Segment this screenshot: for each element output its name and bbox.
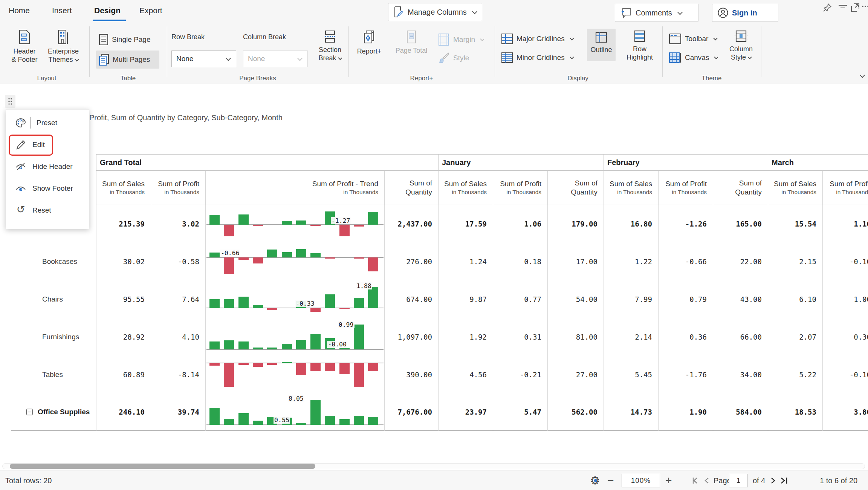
table-cell: -0.66 — [658, 243, 713, 280]
row-break-select[interactable]: None — [171, 51, 236, 67]
column-header[interactable]: Sum of Salesin Thousands — [96, 171, 151, 205]
column-header[interactable]: Sum ofQuantity — [713, 171, 768, 205]
column-header[interactable]: Sum of Profitin Thousands — [151, 171, 205, 205]
column-header[interactable]: Sum of Profitin Thousands — [658, 171, 713, 205]
drag-handle[interactable] — [5, 95, 15, 108]
column-break-select[interactable]: None — [243, 51, 308, 67]
enterprise-themes-label2: Themes — [48, 56, 78, 64]
pin-icon[interactable] — [823, 3, 832, 13]
row-highlight-button[interactable]: Row Highlight — [621, 30, 659, 62]
column-header[interactable]: Sum of Profitin Thousands — [822, 171, 868, 205]
sparkline-bar-positive — [354, 298, 364, 308]
group-separator — [89, 26, 90, 77]
table-cell: 23.97 — [438, 394, 493, 431]
column-group-header[interactable]: January — [438, 154, 604, 171]
section-break-label: Section — [319, 46, 341, 54]
single-page-button[interactable]: Single Page — [99, 34, 150, 45]
table-cell: 562.00 — [547, 394, 604, 431]
table-cell: 674.00 — [384, 280, 438, 318]
column-header[interactable]: Sum of Salesin Thousands — [438, 171, 493, 205]
outline-button[interactable]: Outline — [587, 29, 616, 61]
more-options-icon[interactable] — [862, 5, 868, 8]
tab-insert[interactable]: Insert — [52, 6, 72, 15]
menu-item-hide-header-label: Hide Header — [32, 162, 73, 171]
column-group-header[interactable]: Grand Total — [96, 154, 438, 171]
trend-sparkline-cell: 1.88-0.33 — [205, 280, 384, 318]
group-caption-theme: Theme — [702, 75, 722, 82]
sparkline-bar-negative — [253, 225, 263, 226]
margin-icon — [438, 33, 450, 46]
sparkline-bar-positive — [209, 253, 220, 257]
menu-item-show-footer[interactable]: Show Footer — [6, 178, 89, 199]
menu-item-preset[interactable]: Preset — [6, 112, 89, 134]
next-page-button[interactable] — [771, 477, 776, 484]
eye-icon — [15, 185, 26, 192]
sparkline-data-label: 0.55 — [274, 416, 290, 424]
canvas-theme-button[interactable]: Canvas — [669, 52, 718, 63]
collapse-row-icon[interactable] — [26, 409, 33, 415]
column-header[interactable]: Sum of Profitin Thousands — [493, 171, 547, 205]
enterprise-themes-button[interactable]: Enterprise Themes — [42, 29, 84, 64]
zoom-in-button[interactable]: + — [665, 474, 672, 487]
table-cell: 276.00 — [384, 243, 438, 280]
margin-button[interactable]: Margin — [438, 33, 484, 46]
column-style-button[interactable]: Column Style — [723, 30, 760, 62]
zoom-level-box[interactable]: 100% — [622, 474, 660, 487]
collapse-ribbon-icon[interactable] — [860, 73, 865, 78]
trend-sparkline-cell: 8.050.55 — [205, 394, 384, 431]
manage-columns-button[interactable]: Manage Columns — [388, 3, 482, 21]
sparkline-bar-positive — [238, 214, 249, 225]
sign-in-button[interactable]: Sign in — [712, 4, 778, 22]
first-page-button[interactable] — [692, 477, 699, 484]
menu-item-reset[interactable]: ↺ Reset — [6, 199, 89, 221]
simplified-ribbon-icon[interactable] — [839, 5, 847, 10]
last-page-button[interactable] — [781, 477, 788, 484]
column-group-header[interactable]: March — [768, 154, 868, 171]
toolbar-label: Toolbar — [685, 35, 708, 43]
zoom-out-button[interactable]: − — [607, 474, 614, 487]
tab-export[interactable]: Export — [139, 6, 162, 15]
column-header[interactable]: Sum ofQuantity — [547, 171, 604, 205]
major-gridlines-button[interactable]: Major Gridlines — [501, 33, 573, 44]
column-header[interactable]: Sum of Salesin Thousands — [768, 171, 822, 205]
page-number-input[interactable] — [729, 474, 748, 487]
page-total-button[interactable]: Page Total — [392, 30, 431, 55]
table-cell: 4.10 — [151, 318, 205, 356]
previous-page-button[interactable] — [704, 477, 709, 484]
report-plus-button[interactable]: Report+ — [353, 30, 385, 56]
comments-button[interactable]: Comments — [615, 4, 698, 22]
menu-item-edit[interactable]: Edit — [6, 134, 89, 156]
sparkline-data-label: -0.33 — [295, 300, 315, 307]
menu-item-hide-header[interactable]: Hide Header — [6, 156, 89, 178]
table-cell: 584.00 — [713, 394, 768, 431]
sparkline-bar-positive — [339, 419, 350, 425]
group-caption-report: Report+ — [410, 75, 433, 82]
eye-off-icon — [15, 162, 26, 171]
style-button[interactable]: Style — [438, 52, 469, 64]
toolbar-theme-button[interactable]: Toolbar — [669, 33, 717, 44]
expand-icon[interactable] — [851, 3, 860, 12]
sparkline-bar-negative — [238, 363, 249, 365]
group-separator — [495, 26, 495, 77]
header-footer-button[interactable]: Header & Footer — [8, 29, 41, 64]
table-cell: 2.07 — [768, 318, 822, 356]
tab-design[interactable]: Design — [94, 6, 121, 15]
settings-gear-icon[interactable]: ⚙ — [590, 475, 600, 486]
column-header[interactable]: Sum of Salesin Thousands — [604, 171, 658, 205]
minor-gridlines-button[interactable]: Minor Gridlines — [501, 52, 573, 63]
row-range-label: 1 to 6 of 20 — [820, 476, 857, 485]
tab-home[interactable]: Home — [9, 6, 30, 15]
column-header[interactable]: Sum of Profit - Trendin Thousands — [205, 171, 384, 205]
pencil-icon — [15, 140, 26, 150]
column-header[interactable]: Sum ofQuantity — [384, 171, 438, 205]
multi-pages-icon — [99, 54, 109, 66]
group-caption-page-breaks: Page Breaks — [239, 75, 276, 82]
section-break-button[interactable]: Section Break — [314, 30, 346, 63]
table-cell: 17.00 — [547, 243, 604, 280]
building-icon — [57, 29, 70, 44]
trend-sparkline-cell: -1.27 — [205, 205, 384, 243]
column-group-header[interactable]: February — [604, 154, 768, 171]
sparkline-bar-positive — [238, 341, 249, 349]
horizontal-scrollbar-thumb[interactable] — [10, 464, 315, 469]
multi-pages-button[interactable]: Multi Pages — [96, 51, 159, 69]
